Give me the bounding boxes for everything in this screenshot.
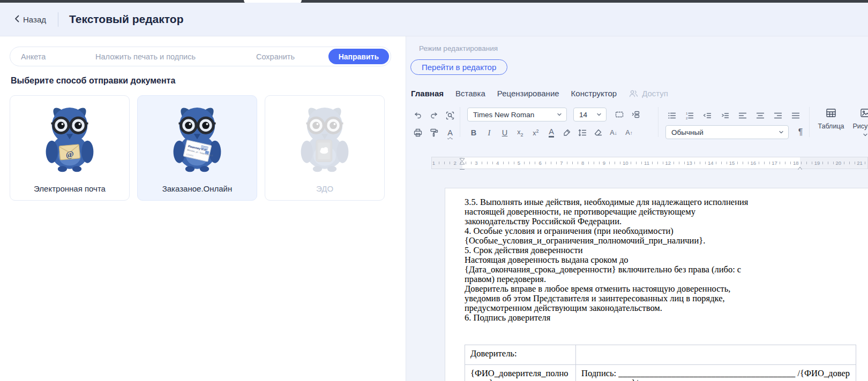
ruler-tick: [620, 162, 620, 164]
table-row: {ФИО_доверителя_полностью}Подпись: _____…: [465, 365, 856, 381]
ruler-number: 21: [857, 157, 863, 169]
sort-descending-icon[interactable]: A↑: [623, 126, 635, 139]
sort-ascending-icon[interactable]: A↓: [607, 126, 620, 139]
justify-icon[interactable]: [789, 109, 802, 122]
ruler-tick: [700, 162, 700, 164]
ruler-tick: [492, 162, 493, 164]
toolbar-history-group: [411, 109, 460, 122]
card-label: Заказаное.Онлайн: [138, 184, 257, 193]
ruler-tick: [508, 162, 509, 164]
page-title: Текстовый редактор: [69, 13, 184, 26]
insert-table-label: Таблица: [818, 123, 844, 130]
owl-letter-icon: Иванову И.И. Москва, ул. Тверская, д.1 1…: [158, 99, 237, 178]
ruler-tick: [828, 162, 828, 164]
ruler-number: 9: [603, 157, 605, 169]
svg-text:1: 1: [686, 112, 688, 115]
send-panel: Направить АнкетаНаложить печать и подпис…: [0, 36, 406, 381]
action-item-2[interactable]: Наложить печать и подпись: [95, 52, 196, 61]
document-text-line: {Особые_условия_и_ограничения_полномочий…: [465, 236, 748, 246]
dotted-field-icon[interactable]: [613, 108, 626, 121]
insert-table-button[interactable]: Таблица: [814, 107, 848, 130]
document-text-line: предусмотренном действующим законодатель…: [465, 303, 748, 313]
ruler-tick: [482, 162, 482, 164]
toolbar-print-group: A: [411, 126, 460, 139]
underline-icon[interactable]: U: [498, 126, 511, 139]
document-page[interactable]: 3.5. Выполнять иные действия, необходимы…: [445, 188, 868, 381]
ruler-tick: [674, 162, 674, 164]
editor-canvas: 3.5. Выполнять иные действия, необходимы…: [406, 170, 868, 381]
ribbon-tab-3[interactable]: Рецензирование: [497, 89, 559, 98]
paragraph-style-select[interactable]: Обычный: [665, 125, 789, 139]
insert-picture-button[interactable]: Рисунок: [849, 107, 868, 140]
ruler-tick: [641, 162, 642, 164]
ruler-number: 14: [708, 157, 714, 169]
toolbar-divider: [460, 107, 460, 137]
pilcrow-icon[interactable]: ¶: [794, 126, 807, 139]
ruler-tick: [572, 162, 573, 164]
ruler-tick: [503, 162, 504, 164]
clear-format-icon[interactable]: [592, 126, 604, 139]
ruler-tick: [514, 162, 514, 164]
ribbon-tab-1[interactable]: Главная: [411, 89, 444, 98]
line-spacing-icon[interactable]: [576, 126, 589, 139]
send-option-card-2[interactable]: Иванову И.И. Москва, ул. Тверская, д.1 1…: [137, 95, 257, 201]
text-style-icon[interactable]: A: [444, 126, 457, 139]
edit-mode-label: Режим редактирования: [419, 44, 498, 52]
font-size-select[interactable]: 14: [573, 108, 607, 121]
ruler-tick: [764, 162, 765, 164]
ribbon-tab-4[interactable]: Конструктор: [571, 89, 617, 98]
image-icon: [859, 107, 868, 121]
open-editor-button[interactable]: Перейти в редактор: [410, 59, 507, 75]
table-cell: Доверитель:: [465, 345, 576, 365]
ribbon-tab-2[interactable]: Вставка: [455, 89, 485, 98]
redo-icon[interactable]: [428, 109, 440, 122]
indent-icon[interactable]: [719, 109, 731, 122]
format-painter-icon[interactable]: [428, 126, 440, 139]
back-button[interactable]: Назад: [14, 15, 46, 24]
document-text-line: настоящей доверенности, не противоречащи…: [465, 207, 748, 217]
ruler-tick: [466, 162, 466, 164]
ruler-tick: [727, 162, 727, 164]
document-text-line: уведомив об этом Представителя и заинтер…: [465, 294, 748, 303]
send-option-card-3: ЭДО: [265, 95, 385, 201]
ruler-tick: [865, 162, 865, 164]
bullet-list-icon[interactable]: [665, 109, 678, 122]
chevron-left-icon: [14, 15, 19, 24]
ribbon-tab-label: Рецензирование: [497, 89, 559, 98]
table-row: Доверитель:: [465, 345, 856, 365]
send-button[interactable]: Направить: [328, 49, 389, 64]
font-family-select[interactable]: Times New Roman: [467, 108, 567, 121]
subscript-icon[interactable]: x2: [514, 126, 527, 139]
ruler-tick: [444, 162, 445, 164]
left-indent-marker[interactable]: [459, 158, 465, 168]
italic-icon[interactable]: I: [483, 126, 496, 139]
document-text-line: правом) передоверия.: [465, 275, 748, 284]
document-text-line: {Дата_окончания_срока_доверенности} вклю…: [465, 265, 748, 275]
print-icon[interactable]: [411, 126, 424, 139]
ruler-tick: [450, 162, 450, 164]
bold-icon[interactable]: B: [467, 126, 480, 139]
chevron-down-icon: [557, 111, 562, 119]
find-and-replace-icon[interactable]: [444, 109, 457, 122]
superscript-icon[interactable]: x2: [529, 126, 542, 139]
header-divider: [58, 12, 58, 27]
align-left-icon[interactable]: [736, 109, 749, 122]
align-right-icon[interactable]: [772, 109, 784, 122]
send-option-card-1[interactable]: @Электронная почта: [10, 95, 130, 201]
outdent-icon[interactable]: [701, 109, 714, 122]
ruler-tick: [844, 162, 844, 164]
action-item-3[interactable]: Сохранить: [256, 52, 295, 61]
ruler-tick: [721, 162, 722, 164]
action-item-1[interactable]: Анкета: [21, 52, 46, 61]
numbered-list-icon[interactable]: 12: [683, 109, 696, 122]
undo-icon[interactable]: [411, 109, 424, 122]
text-wrap-icon[interactable]: [629, 108, 642, 121]
highlight-icon[interactable]: [560, 126, 573, 139]
ruler-number: 19: [814, 157, 820, 169]
font-color-icon[interactable]: A: [545, 126, 558, 139]
ruler[interactable]: 123456789101112131415161718192021: [431, 157, 868, 169]
align-center-icon[interactable]: [754, 109, 767, 122]
ruler-tick: [609, 162, 610, 164]
ruler-number: 7: [560, 157, 563, 169]
chevron-down-icon: [863, 130, 868, 140]
